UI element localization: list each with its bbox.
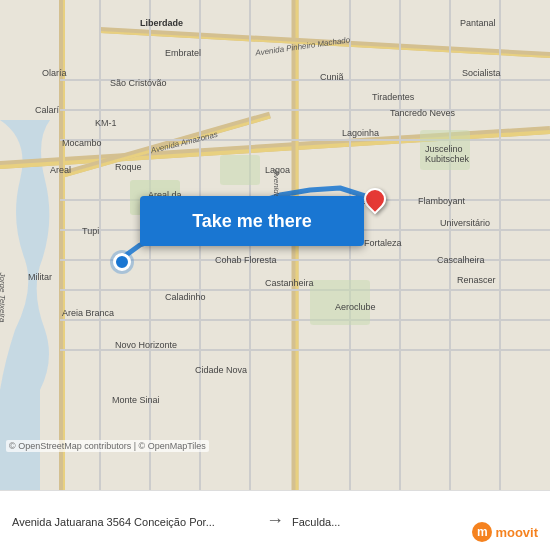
- moovit-icon: m: [472, 522, 492, 542]
- moovit-logo: m moovit: [472, 522, 538, 542]
- svg-rect-31: [420, 130, 470, 170]
- svg-rect-30: [310, 280, 370, 325]
- current-location-dot: [113, 253, 131, 271]
- map-attribution: © OpenStreetMap contributors | © OpenMap…: [6, 440, 209, 452]
- bottom-bar: Avenida Jatuarana 3564 Conceição Por... …: [0, 490, 550, 550]
- take-me-there-button[interactable]: Take me there: [140, 196, 364, 246]
- moovit-brand-text: moovit: [495, 525, 538, 540]
- map-container: Liberdade Pantanal Embratel Olaría São C…: [0, 0, 550, 490]
- from-text: Avenida Jatuarana 3564 Conceição Por...: [12, 516, 215, 528]
- arrow-icon: →: [266, 510, 284, 531]
- to-text: Faculda...: [292, 516, 340, 528]
- from-location: Avenida Jatuarana 3564 Conceição Por...: [12, 512, 258, 530]
- svg-rect-29: [220, 155, 260, 185]
